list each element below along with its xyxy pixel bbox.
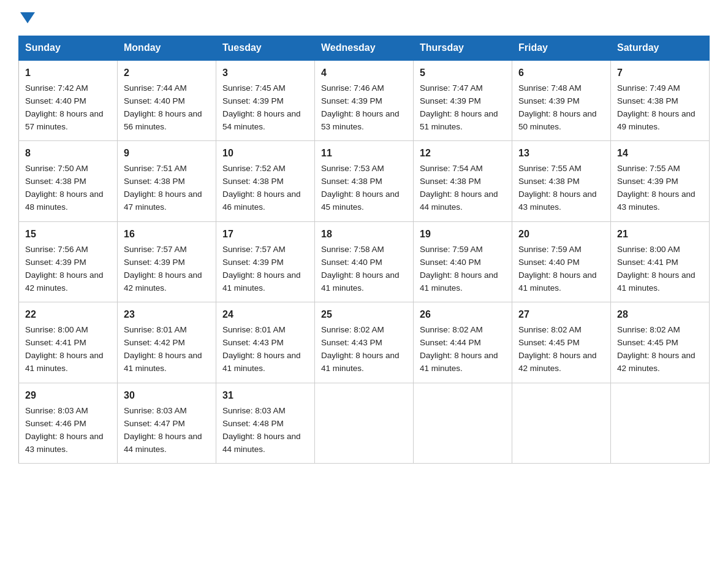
day-number: 22 [25, 307, 111, 323]
day-number: 6 [518, 66, 604, 81]
daylight-label: Daylight: 8 hours and 45 minutes. [321, 190, 400, 212]
col-header-saturday: Saturday [611, 36, 710, 61]
daylight-label: Daylight: 8 hours and 44 minutes. [124, 432, 202, 454]
calendar-cell: 28 Sunrise: 8:02 AM Sunset: 4:45 PM Dayl… [611, 302, 710, 383]
calendar-table: SundayMondayTuesdayWednesdayThursdayFrid… [18, 36, 710, 464]
calendar-cell [414, 383, 512, 463]
calendar-cell: 25 Sunrise: 8:02 AM Sunset: 4:43 PM Dayl… [315, 302, 414, 383]
calendar-header-row: SundayMondayTuesdayWednesdayThursdayFrid… [19, 36, 710, 61]
sunset-label: Sunset: 4:41 PM [617, 258, 678, 267]
calendar-cell: 17 Sunrise: 7:57 AM Sunset: 4:39 PM Dayl… [216, 221, 315, 302]
day-number: 23 [124, 307, 210, 323]
sunset-label: Sunset: 4:43 PM [321, 338, 382, 347]
daylight-label: Daylight: 8 hours and 41 minutes. [25, 351, 104, 373]
daylight-label: Daylight: 8 hours and 41 minutes. [321, 270, 400, 293]
daylight-label: Daylight: 8 hours and 43 minutes. [617, 190, 696, 212]
day-number: 25 [321, 307, 407, 323]
sunset-label: Sunset: 4:43 PM [222, 338, 284, 347]
sunrise-label: Sunrise: 7:49 AM [617, 83, 680, 93]
sunset-label: Sunset: 4:39 PM [25, 258, 86, 267]
sunrise-label: Sunrise: 8:02 AM [617, 325, 680, 334]
calendar-cell: 20 Sunrise: 7:59 AM Sunset: 4:40 PM Dayl… [512, 221, 611, 302]
calendar-cell: 24 Sunrise: 8:01 AM Sunset: 4:43 PM Dayl… [216, 302, 315, 383]
day-number: 20 [518, 227, 604, 242]
sunrise-label: Sunrise: 8:01 AM [222, 325, 286, 334]
calendar-cell: 14 Sunrise: 7:55 AM Sunset: 4:39 PM Dayl… [611, 141, 710, 221]
calendar-cell: 10 Sunrise: 7:52 AM Sunset: 4:38 PM Dayl… [216, 141, 315, 221]
sunrise-label: Sunrise: 8:01 AM [124, 325, 187, 334]
daylight-label: Daylight: 8 hours and 41 minutes. [124, 351, 202, 373]
calendar-cell: 4 Sunrise: 7:46 AM Sunset: 4:39 PM Dayli… [315, 60, 414, 141]
daylight-label: Daylight: 8 hours and 48 minutes. [25, 190, 104, 212]
sunrise-label: Sunrise: 7:46 AM [321, 83, 384, 93]
sunset-label: Sunset: 4:40 PM [420, 258, 481, 267]
day-number: 21 [617, 227, 703, 242]
sunrise-label: Sunrise: 7:52 AM [222, 164, 286, 173]
sunrise-label: Sunrise: 7:42 AM [25, 83, 88, 93]
daylight-label: Daylight: 8 hours and 41 minutes. [321, 351, 400, 373]
sunset-label: Sunset: 4:39 PM [518, 96, 580, 105]
calendar-cell: 11 Sunrise: 7:53 AM Sunset: 4:38 PM Dayl… [315, 141, 414, 221]
sunrise-label: Sunrise: 7:57 AM [124, 245, 187, 254]
daylight-label: Daylight: 8 hours and 50 minutes. [518, 109, 597, 131]
sunset-label: Sunset: 4:39 PM [124, 258, 185, 267]
daylight-label: Daylight: 8 hours and 51 minutes. [420, 109, 498, 131]
day-number: 12 [420, 146, 506, 161]
day-number: 11 [321, 146, 407, 161]
sunset-label: Sunset: 4:40 PM [25, 96, 86, 105]
day-number: 26 [420, 307, 506, 323]
sunrise-label: Sunrise: 8:03 AM [222, 406, 286, 415]
calendar-cell: 23 Sunrise: 8:01 AM Sunset: 4:42 PM Dayl… [118, 302, 216, 383]
sunrise-label: Sunrise: 7:57 AM [222, 245, 286, 254]
daylight-label: Daylight: 8 hours and 43 minutes. [518, 190, 597, 212]
day-number: 18 [321, 227, 407, 242]
day-number: 1 [25, 66, 111, 81]
sunset-label: Sunset: 4:46 PM [25, 419, 86, 428]
sunset-label: Sunset: 4:39 PM [617, 177, 678, 186]
calendar-cell: 26 Sunrise: 8:02 AM Sunset: 4:44 PM Dayl… [414, 302, 512, 383]
calendar-cell: 2 Sunrise: 7:44 AM Sunset: 4:40 PM Dayli… [118, 60, 216, 141]
daylight-label: Daylight: 8 hours and 41 minutes. [518, 270, 597, 293]
sunset-label: Sunset: 4:39 PM [321, 96, 382, 105]
sunrise-label: Sunrise: 7:47 AM [420, 83, 483, 93]
daylight-label: Daylight: 8 hours and 41 minutes. [617, 270, 696, 293]
calendar-cell: 18 Sunrise: 7:58 AM Sunset: 4:40 PM Dayl… [315, 221, 414, 302]
sunrise-label: Sunrise: 8:02 AM [518, 325, 582, 334]
calendar-cell: 21 Sunrise: 8:00 AM Sunset: 4:41 PM Dayl… [611, 221, 710, 302]
sunrise-label: Sunrise: 7:53 AM [321, 164, 384, 173]
sunset-label: Sunset: 4:39 PM [222, 258, 284, 267]
sunrise-label: Sunrise: 7:48 AM [518, 83, 582, 93]
calendar-cell: 30 Sunrise: 8:03 AM Sunset: 4:47 PM Dayl… [118, 383, 216, 463]
day-number: 2 [124, 66, 210, 81]
sunset-label: Sunset: 4:40 PM [124, 96, 185, 105]
day-number: 27 [518, 307, 604, 323]
sunset-label: Sunset: 4:44 PM [420, 338, 481, 347]
sunrise-label: Sunrise: 8:02 AM [321, 325, 384, 334]
day-number: 17 [222, 227, 308, 242]
page-header [18, 12, 710, 25]
day-number: 10 [222, 146, 308, 161]
col-header-thursday: Thursday [414, 36, 512, 61]
sunrise-label: Sunrise: 7:59 AM [420, 245, 483, 254]
sunrise-label: Sunrise: 7:50 AM [25, 164, 88, 173]
sunset-label: Sunset: 4:38 PM [518, 177, 580, 186]
sunset-label: Sunset: 4:45 PM [518, 338, 580, 347]
sunset-label: Sunset: 4:38 PM [420, 177, 481, 186]
calendar-cell: 31 Sunrise: 8:03 AM Sunset: 4:48 PM Dayl… [216, 383, 315, 463]
sunset-label: Sunset: 4:38 PM [25, 177, 86, 186]
sunrise-label: Sunrise: 7:56 AM [25, 245, 88, 254]
daylight-label: Daylight: 8 hours and 42 minutes. [124, 270, 202, 293]
day-number: 4 [321, 66, 407, 81]
calendar-cell: 22 Sunrise: 8:00 AM Sunset: 4:41 PM Dayl… [19, 302, 118, 383]
calendar-cell [315, 383, 414, 463]
calendar-cell: 6 Sunrise: 7:48 AM Sunset: 4:39 PM Dayli… [512, 60, 611, 141]
daylight-label: Daylight: 8 hours and 46 minutes. [222, 190, 301, 212]
day-number: 28 [617, 307, 703, 323]
daylight-label: Daylight: 8 hours and 47 minutes. [124, 190, 202, 212]
logo [18, 12, 35, 25]
sunrise-label: Sunrise: 8:03 AM [124, 406, 187, 415]
col-header-monday: Monday [118, 36, 216, 61]
calendar-cell: 27 Sunrise: 8:02 AM Sunset: 4:45 PM Dayl… [512, 302, 611, 383]
sunset-label: Sunset: 4:38 PM [222, 177, 284, 186]
day-number: 13 [518, 146, 604, 161]
